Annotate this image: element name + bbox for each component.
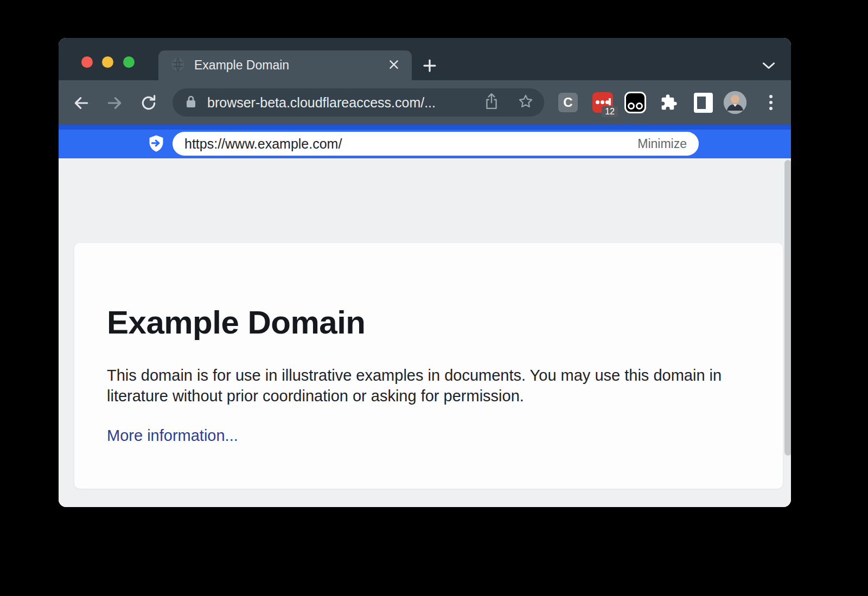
- browser-toolbar: browser-beta.cloudflareaccess.com/... C: [59, 80, 791, 125]
- chevron-down-icon: [762, 61, 776, 71]
- scrollbar-thumb[interactable]: [784, 160, 791, 456]
- share-icon[interactable]: [484, 93, 499, 112]
- tab-search-chevron-button[interactable]: [758, 57, 780, 74]
- reload-button[interactable]: [139, 93, 158, 113]
- window-close-button[interactable]: [81, 56, 93, 68]
- side-panel-icon[interactable]: [692, 91, 714, 114]
- back-arrow-icon: [73, 94, 90, 112]
- forward-button[interactable]: [105, 93, 124, 113]
- profile-avatar[interactable]: [724, 91, 746, 114]
- tab-title: Example Domain: [194, 58, 388, 73]
- bookmark-star-icon[interactable]: [518, 94, 533, 111]
- page-heading: Example Domain: [107, 304, 750, 341]
- window-zoom-button[interactable]: [123, 56, 135, 68]
- tab-example-domain[interactable]: Example Domain: [158, 50, 412, 80]
- forward-arrow-icon: [106, 94, 123, 112]
- minimize-button[interactable]: Minimize: [637, 137, 687, 151]
- window-minimize-button[interactable]: [102, 56, 113, 68]
- isolated-url-text[interactable]: https://www.example.com/: [184, 136, 637, 152]
- lock-icon[interactable]: [184, 94, 197, 111]
- extensions-puzzle-icon[interactable]: [658, 91, 680, 114]
- desktop-background: Example Domain: [0, 0, 868, 596]
- more-information-link[interactable]: More information...: [107, 427, 238, 445]
- shield-icon: [146, 134, 166, 154]
- page-paragraph: This domain is for use in illustrative e…: [107, 365, 731, 406]
- tab-strip: Example Domain: [59, 38, 791, 80]
- address-bar[interactable]: browser-beta.cloudflareaccess.com/...: [173, 88, 544, 117]
- browser-window: Example Domain: [59, 38, 791, 507]
- isolated-url-bar[interactable]: https://www.example.com/ Minimize: [173, 132, 699, 156]
- plus-icon: [422, 57, 438, 74]
- back-button[interactable]: [72, 93, 91, 113]
- reload-icon: [140, 94, 157, 112]
- globe-favicon-icon: [170, 57, 186, 74]
- new-tab-button[interactable]: [419, 56, 441, 75]
- extension-c-icon[interactable]: C: [557, 91, 579, 114]
- extension-badge: 12: [602, 106, 618, 117]
- isolation-banner: https://www.example.com/ Minimize: [59, 125, 791, 158]
- extension-lens-icon[interactable]: [624, 91, 647, 114]
- address-url-text: browser-beta.cloudflareaccess.com/...: [207, 95, 484, 111]
- browser-menu-kebab-icon[interactable]: [760, 91, 782, 114]
- content-card: Example Domain This domain is for use in…: [74, 243, 783, 489]
- extension-dots-icon[interactable]: 12: [591, 91, 614, 114]
- tab-close-icon[interactable]: [388, 59, 400, 73]
- page-viewport: Example Domain This domain is for use in…: [59, 158, 791, 507]
